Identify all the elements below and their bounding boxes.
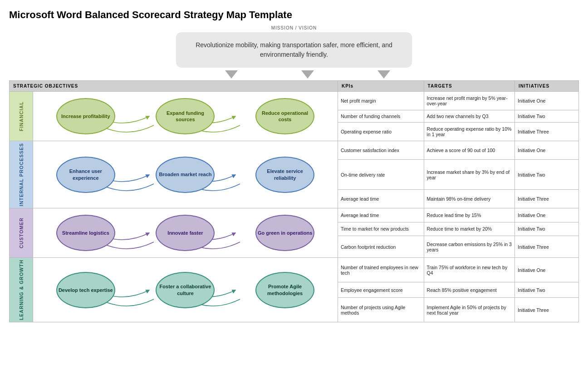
initiative-cell: Initiative Three — [515, 298, 579, 322]
kpi-cell: Number of projects using Agile methods — [338, 298, 424, 322]
objectives-cell-learning: Develop tech expertiseFoster a collabora… — [33, 258, 338, 322]
initiative-cell: Initiative One — [515, 258, 579, 282]
objective-ellipse-0-1: Expand funding sources — [156, 98, 215, 134]
kpi-cell: Average lead time — [338, 208, 424, 222]
objectives-cell-customer: Streamline logisticsInnovate fasterGo gr… — [33, 208, 338, 258]
objective-ellipse-0-2: Reduce operational costs — [255, 98, 314, 134]
kpi-cell: Carbon footprint reduction — [338, 236, 424, 258]
objective-ellipse-0-0: Increase profitability — [56, 98, 115, 134]
header-objectives: STRATEGIC OBJECTIVES — [10, 81, 338, 92]
kpi-cell: Operating expense ratio — [338, 122, 424, 141]
header-targets: TARGETS — [424, 81, 514, 92]
initiative-cell: Initiative Three — [515, 236, 579, 258]
initiative-cell: Initiative Two — [515, 110, 579, 122]
objectives-cell-internal: Enhance user experienceBroaden market re… — [33, 141, 338, 208]
initiative-cell: Initiative One — [515, 141, 579, 160]
kpi-cell: Time to market for new products — [338, 222, 424, 236]
objective-ellipse-3-2: Promote Agile methodologies — [255, 272, 314, 308]
arrow-down-2 — [301, 70, 314, 79]
section-label-customer: CUSTOMER — [10, 208, 33, 258]
target-cell: Reduce lead time by 15% — [424, 208, 514, 222]
mission-section: MISSION / VISION Revolutionize mobility,… — [9, 25, 579, 68]
target-cell: Reduce operating expense ratio by 10% in… — [424, 122, 514, 141]
objective-ellipse-1-0: Enhance user experience — [56, 157, 115, 193]
objective-ellipse-1-1: Broaden market reach — [156, 157, 215, 193]
target-cell: Reach 85% positive engagement — [424, 282, 514, 298]
kpi-cell: Customer satisfaction index — [338, 141, 424, 160]
objective-ellipse-2-2: Go green in operations — [255, 215, 314, 251]
mission-box: Revolutionize mobility, making transport… — [176, 32, 412, 68]
kpi-cell: On-time delivery rate — [338, 160, 424, 189]
target-cell: Maintain 98% on-time delivery — [424, 189, 514, 208]
mission-arrows — [36, 70, 579, 79]
table-row: LEARNING & GROWTHDevelop tech expertiseF… — [10, 258, 579, 282]
kpi-cell: Employee engagement score — [338, 282, 424, 298]
target-cell: Decrease carbon emissions by 25% in 3 ye… — [424, 236, 514, 258]
section-label-internal: INTERNAL PROCESSES — [10, 141, 33, 208]
objective-ellipse-1-2: Elevate service reliability — [255, 157, 314, 193]
target-cell: Achieve a score of 90 out of 100 — [424, 141, 514, 160]
target-cell: Train 75% of workforce in new tech by Q4 — [424, 258, 514, 282]
header-kpis: KPIs — [338, 81, 424, 92]
table-row: INTERNAL PROCESSESEnhance user experienc… — [10, 141, 579, 160]
mission-label: MISSION / VISION — [271, 25, 317, 30]
initiative-cell: Initiative Three — [515, 189, 579, 208]
arrow-down-3 — [377, 70, 390, 79]
objective-ellipse-2-1: Innovate faster — [156, 215, 215, 251]
target-cell: Implement Agile in 50% of projects by ne… — [424, 298, 514, 322]
scorecard-table: STRATEGIC OBJECTIVES KPIs TARGETS INITIA… — [9, 80, 579, 322]
kpi-cell: Average lead time — [338, 189, 424, 208]
target-cell: Add two new channels by Q3 — [424, 110, 514, 122]
section-label-learning: LEARNING & GROWTH — [10, 258, 33, 322]
header-initiatives: INITIATIVES — [515, 81, 579, 92]
table-header: STRATEGIC OBJECTIVES KPIs TARGETS INITIA… — [10, 81, 579, 92]
target-cell: Increase net profit margin by 5% year-ov… — [424, 92, 514, 110]
initiative-cell: Initiative One — [515, 208, 579, 222]
kpi-cell: Number of trained employees in new tech — [338, 258, 424, 282]
section-label-financial: FINANCIAL — [10, 92, 33, 141]
initiative-cell: Initiative One — [515, 92, 579, 110]
kpi-cell: Number of funding channels — [338, 110, 424, 122]
kpi-cell: Net profit margin — [338, 92, 424, 110]
objectives-cell-financial: Increase profitabilityExpand funding sou… — [33, 92, 338, 141]
initiative-cell: Initiative Three — [515, 122, 579, 141]
initiative-cell: Initiative Two — [515, 282, 579, 298]
table-row: CUSTOMERStreamline logisticsInnovate fas… — [10, 208, 579, 222]
objective-ellipse-3-1: Foster a collaborative culture — [156, 272, 215, 308]
table-row: FINANCIALIncrease profitabilityExpand fu… — [10, 92, 579, 110]
target-cell: Reduce time to market by 20% — [424, 222, 514, 236]
target-cell: Increase market share by 3% by end of ye… — [424, 160, 514, 189]
arrow-down-1 — [225, 70, 238, 79]
page-title: Microsoft Word Balanced Scorecard Strate… — [9, 9, 579, 21]
initiative-cell: Initiative Two — [515, 160, 579, 189]
initiative-cell: Initiative Two — [515, 222, 579, 236]
objective-ellipse-3-0: Develop tech expertise — [56, 272, 115, 308]
objective-ellipse-2-0: Streamline logistics — [56, 215, 115, 251]
